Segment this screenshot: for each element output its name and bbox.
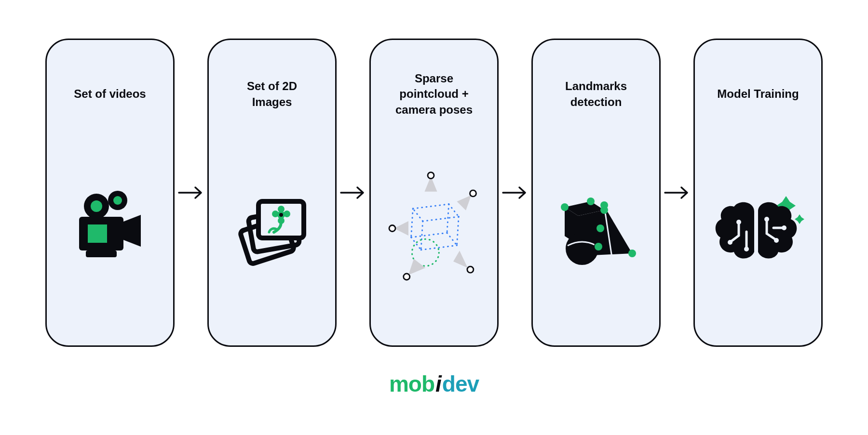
video-camera-icon <box>58 131 162 326</box>
arrow-icon <box>337 185 369 200</box>
svg-point-18 <box>470 190 476 196</box>
svg-rect-5 <box>88 224 107 243</box>
step-training-label: Model Training <box>717 63 799 126</box>
brand-part-i: i <box>435 371 441 397</box>
svg-point-29 <box>628 250 636 257</box>
step-landmarks: Landmarks detection <box>531 39 661 347</box>
svg-point-21 <box>467 266 474 273</box>
svg-point-26 <box>600 201 608 209</box>
svg-point-31 <box>736 220 741 224</box>
svg-point-15 <box>279 213 283 217</box>
brand-logo: mob i dev <box>389 371 479 397</box>
ai-brain-icon <box>706 131 810 326</box>
arrow-icon <box>499 185 531 200</box>
step-pointcloud-label: Sparse pointcloud + camera poses <box>395 63 473 126</box>
svg-point-35 <box>774 238 779 243</box>
pointcloud-cameras-icon <box>382 131 486 326</box>
step-videos-label: Set of videos <box>74 63 146 126</box>
svg-point-27 <box>597 224 604 232</box>
photo-stack-icon <box>220 131 324 326</box>
svg-point-28 <box>595 243 602 250</box>
step-images2d: Set of 2D Images <box>207 39 337 347</box>
svg-point-19 <box>389 225 395 231</box>
svg-point-33 <box>744 247 749 251</box>
svg-point-17 <box>428 172 434 178</box>
step-training: Model Training <box>693 39 823 347</box>
svg-point-34 <box>764 217 769 222</box>
svg-rect-30 <box>754 210 758 255</box>
svg-point-11 <box>278 206 285 212</box>
svg-point-23 <box>561 203 569 211</box>
svg-point-32 <box>728 240 732 245</box>
svg-point-3 <box>113 196 122 205</box>
pipeline-flow: Set of videos Set of 2D Images <box>45 39 823 347</box>
brand-part-mob: mob <box>389 371 434 397</box>
svg-point-20 <box>404 273 410 279</box>
step-pointcloud: Sparse pointcloud + camera poses <box>369 39 499 347</box>
svg-point-1 <box>91 200 102 212</box>
step-landmarks-label: Landmarks detection <box>565 63 627 126</box>
svg-rect-6 <box>86 250 117 257</box>
step-images2d-label: Set of 2D Images <box>247 63 297 126</box>
svg-point-12 <box>284 211 290 217</box>
svg-point-13 <box>272 211 279 217</box>
svg-point-24 <box>587 198 595 205</box>
arrow-icon <box>661 185 693 200</box>
svg-point-36 <box>782 225 787 230</box>
brand-part-dev: dev <box>442 371 479 397</box>
arrow-icon <box>175 185 207 200</box>
shapes-landmarks-icon <box>544 131 648 326</box>
step-videos: Set of videos <box>45 39 175 347</box>
